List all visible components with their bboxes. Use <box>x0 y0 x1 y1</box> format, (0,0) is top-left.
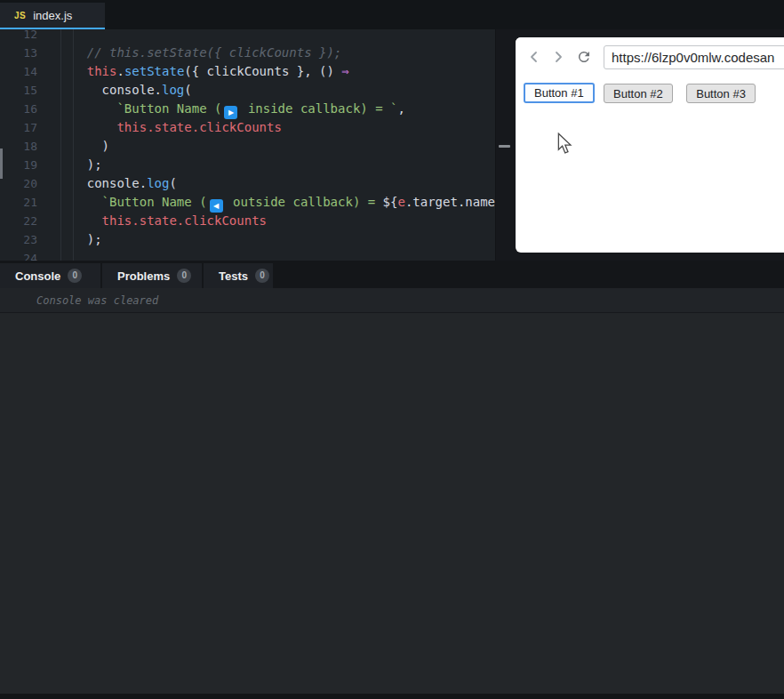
preview-button-2[interactable]: Button #2 <box>604 84 673 103</box>
code-text: this.state.clickCounts <box>57 212 267 230</box>
code-line[interactable]: 23 ); <box>0 230 495 249</box>
tab-index-js[interactable]: JS index.js <box>0 3 105 28</box>
console-message: Console was cleared <box>36 294 158 307</box>
url-input[interactable] <box>604 45 784 69</box>
split-resize-handle[interactable] <box>499 145 510 148</box>
line-number: 21 <box>0 193 37 212</box>
preview-button-1[interactable]: Button #1 <box>524 83 595 103</box>
code-line[interactable]: 17 this.state.clickCounts <box>0 118 495 137</box>
back-icon <box>528 51 540 63</box>
console-output-area[interactable] <box>0 313 784 694</box>
code-lines: 1213 // this.setState({ clickCounts });1… <box>0 29 495 261</box>
mouse-cursor-icon <box>557 133 572 155</box>
console-tab-label: Tests <box>219 269 248 283</box>
preview-button-3[interactable]: Button #3 <box>686 84 756 103</box>
browser-nav-bar <box>516 37 784 76</box>
line-number: 20 <box>0 174 37 193</box>
code-line[interactable]: 24 <box>0 249 495 261</box>
line-number: 24 <box>0 249 37 261</box>
line-number: 15 <box>0 81 37 100</box>
code-line[interactable]: 15 console.log( <box>0 81 495 100</box>
code-line[interactable]: 20 console.log( <box>0 174 495 193</box>
code-line[interactable]: 12 <box>0 29 495 44</box>
line-number: 17 <box>0 118 37 137</box>
code-text: // this.setState({ clickCounts }); <box>57 44 341 62</box>
code-text: ) <box>57 137 109 156</box>
code-text: `Button Name (▶ inside callback) = `, <box>57 100 405 118</box>
line-number: 22 <box>0 212 37 230</box>
line-number: 16 <box>0 100 37 118</box>
arrow-forward-emoji: ▶ <box>224 106 237 119</box>
console-tab-count-badge: 0 <box>177 269 191 283</box>
line-number: 19 <box>0 156 37 174</box>
console-tab-tests[interactable]: Tests0 <box>204 263 273 288</box>
refresh-icon <box>576 49 592 65</box>
console-message-row: Console was cleared <box>0 288 784 312</box>
line-number: 14 <box>0 62 37 81</box>
tab-label: index.js <box>33 9 72 22</box>
code-text: console.log( <box>57 174 177 193</box>
js-file-icon: JS <box>14 11 26 20</box>
console-tab-console[interactable]: Console0 <box>0 263 100 288</box>
console-tab-problems[interactable]: Problems0 <box>102 263 202 288</box>
line-number: 12 <box>0 29 37 44</box>
code-text: this.setState({ clickCounts }, () ⇒ <box>57 62 349 81</box>
code-text: console.log( <box>57 81 192 100</box>
browser-panel: Button #1 Button #2 Button #3 <box>516 37 784 253</box>
console-tab-count-badge: 0 <box>255 269 269 283</box>
console-tab-count-badge: 0 <box>68 269 82 283</box>
code-text: `Button Name (◀ outside callback) = ${e.… <box>57 193 495 212</box>
console-tab-label: Console <box>15 269 60 283</box>
code-text: ); <box>57 156 102 174</box>
line-number: 13 <box>0 44 37 62</box>
code-line[interactable]: 21 `Button Name (◀ outside callback) = $… <box>0 193 495 212</box>
code-line[interactable]: 13 // this.setState({ clickCounts }); <box>0 44 495 62</box>
forward-icon <box>552 51 564 63</box>
back-button[interactable] <box>528 51 540 63</box>
preview-content: Button #1 Button #2 Button #3 <box>516 76 784 103</box>
code-line[interactable]: 22 this.state.clickCounts <box>0 212 495 230</box>
console-bottom-strip <box>0 694 784 699</box>
code-text: ); <box>57 230 102 249</box>
forward-button[interactable] <box>552 51 564 63</box>
code-line[interactable]: 19 ); <box>0 156 495 174</box>
console-panel: Console0Problems0Tests0 Console was clea… <box>0 261 784 699</box>
console-tab-label: Problems <box>117 269 170 283</box>
code-line[interactable]: 14 this.setState({ clickCounts }, () ⇒ <box>0 62 495 81</box>
code-text: this.state.clickCounts <box>57 118 282 137</box>
code-line[interactable]: 16 `Button Name (▶ inside callback) = `, <box>0 100 495 118</box>
editor-tab-bar: JS index.js <box>0 0 784 29</box>
console-tab-bar: Console0Problems0Tests0 <box>0 261 784 288</box>
line-number: 23 <box>0 230 37 249</box>
app-window: JS index.js 1213 // this.setState({ clic… <box>0 0 784 699</box>
preview-zone: Button #1 Button #2 Button #3 <box>495 29 784 261</box>
arrow-backward-emoji: ◀ <box>210 199 223 213</box>
code-line[interactable]: 18 ) <box>0 137 495 156</box>
refresh-button[interactable] <box>576 49 592 65</box>
editor-surface[interactable]: 1213 // this.setState({ clickCounts });1… <box>0 29 495 261</box>
line-number: 18 <box>0 137 37 156</box>
